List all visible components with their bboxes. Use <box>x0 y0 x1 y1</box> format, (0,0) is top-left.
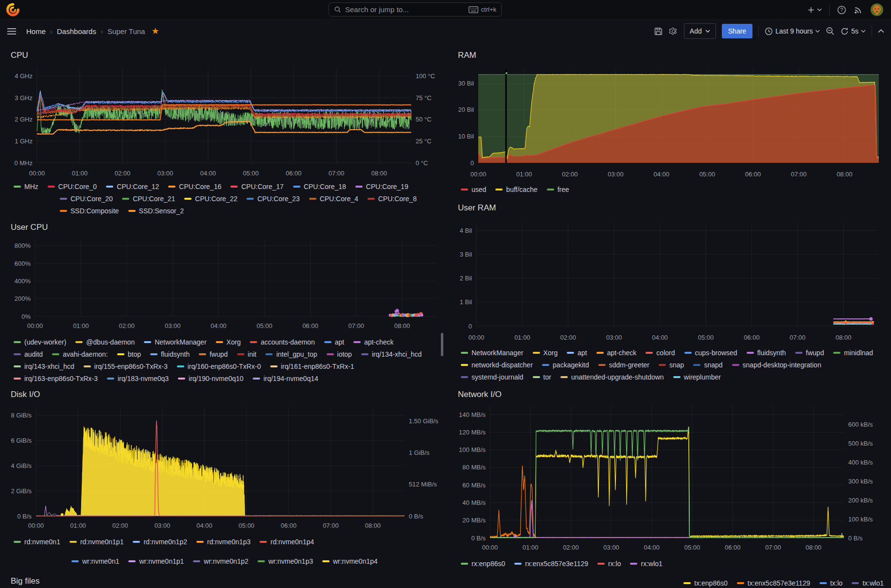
legend-item[interactable]: Xorg <box>216 338 241 346</box>
legend-item[interactable]: intel_gpu_top <box>265 350 317 358</box>
save-dashboard-button[interactable] <box>654 27 663 36</box>
legend-item[interactable]: tx:lo <box>820 579 843 587</box>
legend-item[interactable]: Xorg <box>533 349 558 357</box>
legend-item[interactable]: irq/194-nvme0q14 <box>253 375 318 382</box>
news-icon[interactable] <box>854 5 863 15</box>
legend-item[interactable]: wr:nvme0n1 <box>71 557 119 565</box>
legend-item[interactable]: rx:enx5c857e3e1129 <box>514 560 588 568</box>
legend-item[interactable]: NetworkManager <box>144 338 207 346</box>
legend-item[interactable]: MHz <box>14 183 38 190</box>
cpu-chart[interactable]: 00:0001:0002:0003:0004:0005:0006:0007:00… <box>6 63 443 180</box>
breadcrumb-dashboards[interactable]: Dashboards <box>57 27 96 35</box>
legend-item[interactable]: wr:nvme0n1p3 <box>258 557 313 565</box>
legend-item[interactable]: fwupd <box>199 350 227 358</box>
collapse-toolbar-button[interactable] <box>878 29 884 33</box>
legend-item[interactable]: @dbus-daemon <box>75 338 135 346</box>
legend-item[interactable]: CPU:Core_16 <box>168 183 221 190</box>
legend-item[interactable]: CPU:Core_12 <box>106 183 159 190</box>
legend-item[interactable]: CPU:Core_4 <box>309 195 358 203</box>
legend-item[interactable]: packagekitd <box>542 361 589 369</box>
legend-item[interactable]: fluidsynth <box>150 350 190 358</box>
menu-toggle[interactable] <box>7 28 17 35</box>
legend-item[interactable]: CPU:Core_22 <box>184 195 237 203</box>
legend-item[interactable]: used <box>461 186 486 193</box>
legend-item[interactable]: CPU:Core_21 <box>122 195 175 203</box>
legend-item[interactable]: snapd-desktop-integration <box>732 361 821 369</box>
legend-item[interactable]: rd:nvme0n1p2 <box>133 538 187 546</box>
legend-item[interactable]: tx:wlo1 <box>852 579 884 587</box>
legend-item[interactable]: fwupd <box>795 349 824 357</box>
legend-item[interactable]: irq/190-nvme0q10 <box>178 375 244 382</box>
legend-item[interactable]: irq/155-enp86s0-TxRx-3 <box>84 363 168 370</box>
zoom-out-time-button[interactable] <box>826 27 835 35</box>
avatar[interactable] <box>870 3 884 17</box>
legend-item[interactable]: wr:nvme0n1p4 <box>322 557 378 565</box>
legend-scrollbar[interactable] <box>441 333 443 356</box>
legend-item[interactable]: CPU:Core_8 <box>367 195 417 203</box>
legend-item[interactable]: rd:nvme0n1p3 <box>196 538 251 546</box>
legend-item[interactable]: wireplumber <box>673 373 721 381</box>
search-input[interactable]: Search or jump to... ctrl+k <box>329 2 502 17</box>
legend-item[interactable]: irq/160-enp86s0-TxRx-0 <box>177 363 261 370</box>
legend-item[interactable]: rd:nvme0n1 <box>14 538 60 546</box>
legend-item[interactable]: avahi-daemon: <box>52 350 108 358</box>
time-range-picker[interactable]: Last 9 hours <box>765 27 820 35</box>
legend-item[interactable]: SSD:Sensor_2 <box>128 207 184 215</box>
legend-item[interactable]: iotop <box>327 350 352 358</box>
legend-item[interactable]: sddm-greeter <box>598 361 649 369</box>
network-io-chart[interactable]: 00:0001:0002:0003:0004:0005:0006:0007:00… <box>453 402 885 554</box>
legend-item[interactable]: tor <box>533 373 551 381</box>
legend-item[interactable]: irq/163-enp86s0-TxRx-3 <box>14 375 98 382</box>
legend-item[interactable]: snap <box>659 361 684 369</box>
legend-item[interactable]: rx:enp86s0 <box>461 560 505 568</box>
legend-item[interactable]: rd:nvme0n1p1 <box>70 538 124 546</box>
legend-item[interactable]: apt-check <box>353 338 394 346</box>
panel-title[interactable]: User CPU <box>6 220 443 235</box>
legend-item[interactable]: snapd <box>693 361 722 369</box>
user-ram-chart[interactable]: 00:0001:0002:0003:0004:0005:0006:0007:00… <box>453 215 885 345</box>
legend-item[interactable]: irq/134-xhci_hcd <box>361 350 422 358</box>
legend-item[interactable]: (udev-worker) <box>14 338 66 346</box>
panel-title[interactable]: CPU <box>6 48 443 63</box>
legend-item[interactable]: apt-check <box>596 349 637 357</box>
legend-item[interactable]: auditd <box>14 350 43 358</box>
panel-title[interactable]: RAM <box>453 48 885 63</box>
legend-item[interactable]: unattended-upgrade-shutdown <box>560 373 664 381</box>
legend-item[interactable]: networkd-dispatcher <box>461 361 533 369</box>
panel-title[interactable]: Big files <box>6 574 443 588</box>
legend-item[interactable]: cups-browsed <box>684 349 737 357</box>
panel-title[interactable]: Disk I/O <box>6 387 443 402</box>
panel-title[interactable]: User RAM <box>453 201 885 215</box>
legend-item[interactable]: btop <box>117 350 141 358</box>
legend-item[interactable]: CPU:Core_20 <box>60 195 113 203</box>
legend-item[interactable]: CPU:Core_18 <box>293 183 346 190</box>
breadcrumb-home[interactable]: Home <box>26 27 46 35</box>
legend-item[interactable]: minidlnad <box>833 349 873 357</box>
legend-item[interactable]: CPU:Core_17 <box>230 183 283 190</box>
legend-item[interactable]: apt <box>567 349 587 357</box>
refresh-button[interactable]: 5s <box>840 27 866 35</box>
legend-item[interactable]: rx:wlo1 <box>630 560 662 568</box>
ram-chart[interactable]: 00:0001:0002:0003:0004:0005:0006:0007:00… <box>453 63 885 181</box>
new-button[interactable] <box>807 6 822 14</box>
legend-item[interactable]: wr:nvme0n1p2 <box>193 557 248 565</box>
legend-item[interactable]: rd:nvme0n1p4 <box>260 538 314 546</box>
legend-item[interactable]: init <box>237 350 257 358</box>
legend-item[interactable]: colord <box>646 349 675 357</box>
legend-item[interactable]: CPU:Core_23 <box>246 195 299 203</box>
help-button[interactable]: ? <box>837 5 846 15</box>
legend-item[interactable]: CPU:Core_19 <box>355 183 408 190</box>
legend-item[interactable]: irq/161-enp86s0-TxRx-1 <box>270 363 354 370</box>
legend-item[interactable]: tx:enx5c857e3e1129 <box>737 579 810 587</box>
panel-title[interactable]: Network I/O <box>453 387 885 402</box>
legend-item[interactable]: accounts-daemon <box>250 338 314 346</box>
legend-item[interactable]: systemd-journald <box>461 373 524 381</box>
share-button[interactable]: Share <box>722 24 752 38</box>
add-panel-button[interactable]: Add <box>684 23 716 39</box>
disk-io-chart[interactable]: 00:0001:0002:0003:0004:0005:0006:0007:00… <box>6 402 443 533</box>
favorite-star-icon[interactable]: ★ <box>151 26 159 36</box>
dashboard-settings-button[interactable] <box>669 27 678 36</box>
legend-item[interactable]: tx:enp86s0 <box>683 579 728 587</box>
legend-item[interactable]: irq/183-nvme0q3 <box>107 375 169 382</box>
legend-item[interactable]: SSD:Composite <box>60 207 119 215</box>
